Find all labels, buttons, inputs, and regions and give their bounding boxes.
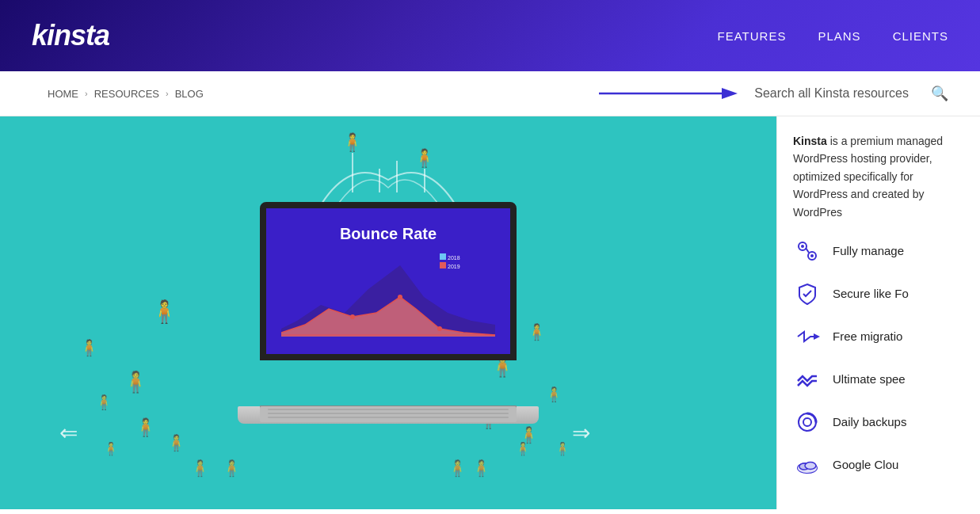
person-icon-bottom2: 🧍 xyxy=(222,459,242,478)
svg-rect-13 xyxy=(268,417,509,418)
sidebar-feature-free-migration-label: Free migratio xyxy=(833,329,902,343)
nav-clients[interactable]: CLIENTS xyxy=(893,29,948,43)
svg-rect-2 xyxy=(440,253,446,260)
nav-plans[interactable]: PLANS xyxy=(818,29,860,43)
breadcrumb-home[interactable]: HOME xyxy=(48,88,78,100)
svg-point-8 xyxy=(437,326,442,331)
svg-rect-11 xyxy=(268,409,509,410)
sidebar-feature-ultimate-speed: Ultimate spee xyxy=(793,365,964,394)
bounce-rate-chart: 2018 2019 xyxy=(281,249,495,337)
svg-line-19 xyxy=(806,248,809,253)
arrow-right-icon: ⇒ xyxy=(572,420,590,446)
person-icon-left7: 🧍 xyxy=(103,441,119,456)
ultimate-speed-icon xyxy=(793,365,822,394)
person-icon-left2: 🧍 xyxy=(123,370,148,394)
sidebar-feature-ultimate-speed-label: Ultimate spee xyxy=(833,372,906,386)
sidebar-feature-daily-backups-label: Daily backups xyxy=(833,415,906,428)
breadcrumb-bar: HOME › RESOURCES › BLOG Search all Kinst… xyxy=(0,71,980,116)
person-icon-bottom3: 🧍 xyxy=(448,459,467,478)
person-icon-right8: 🧍 xyxy=(555,441,570,456)
sidebar-feature-google-cloud-label: Google Clou xyxy=(833,458,898,471)
person-icon-bottom4: 🧍 xyxy=(471,459,491,478)
breadcrumb: HOME › RESOURCES › BLOG xyxy=(48,88,204,100)
svg-text:2018: 2018 xyxy=(448,255,460,261)
sidebar-intro: Kinsta is a premium managed WordPress ho… xyxy=(793,132,964,221)
chart-area: 2018 2019 xyxy=(281,249,495,337)
breadcrumb-sep-2: › xyxy=(166,89,169,98)
sidebar-brand: Kinsta xyxy=(793,135,827,147)
person-icon-left4: 🧍 xyxy=(166,433,186,452)
svg-rect-12 xyxy=(268,413,509,414)
svg-point-6 xyxy=(350,314,355,319)
svg-point-7 xyxy=(398,295,402,299)
laptop-screen: Bounce Rate 2018 2019 xyxy=(260,202,517,360)
sidebar: Kinsta is a premium managed WordPress ho… xyxy=(776,116,980,509)
svg-point-22 xyxy=(803,418,811,426)
main-content: 🧍 🧍 🧍 🧍 🧍 🧍 🧍 🧍 🧍 � xyxy=(0,116,980,509)
sidebar-feature-fully-managed-label: Fully manage xyxy=(833,244,904,257)
person-icon-left6: 🧍 xyxy=(79,338,99,357)
search-arrow-icon xyxy=(599,82,742,105)
person-icon-left1: 🧍 xyxy=(151,299,178,325)
person-icon-right5: 🧍 xyxy=(545,386,562,403)
sidebar-feature-free-migration: Free migratio xyxy=(793,322,964,351)
sidebar-feature-fully-managed: Fully manage xyxy=(793,237,964,265)
fully-managed-icon xyxy=(793,237,822,265)
person-icon-bottom1: 🧍 xyxy=(190,459,210,478)
search-label: Search all Kinsta resources xyxy=(754,86,909,101)
svg-point-16 xyxy=(801,245,804,248)
breadcrumb-resources[interactable]: RESOURCES xyxy=(94,88,159,100)
breadcrumb-blog[interactable]: BLOG xyxy=(175,88,204,100)
arrow-left-icon: ⇐ xyxy=(59,420,78,446)
svg-text:2019: 2019 xyxy=(448,264,460,269)
svg-marker-20 xyxy=(814,333,820,340)
person-icon-left3: 🧍 xyxy=(135,417,156,438)
keyboard-icon xyxy=(260,406,517,424)
free-migration-icon xyxy=(793,322,822,351)
breadcrumb-sep-1: › xyxy=(85,89,88,98)
svg-point-18 xyxy=(810,254,814,257)
search-section: Search all Kinsta resources 🔍 xyxy=(599,82,948,105)
nav-features[interactable]: FEATURES xyxy=(718,29,787,43)
sidebar-feature-secure-label: Secure like Fo xyxy=(833,287,909,300)
main-nav: FEATURES PLANS CLIENTS xyxy=(718,29,948,43)
sidebar-feature-daily-backups: Daily backups xyxy=(793,408,964,436)
svg-rect-4 xyxy=(440,262,446,268)
laptop-illustration: Bounce Rate 2018 2019 xyxy=(238,202,539,424)
secure-icon xyxy=(793,280,822,308)
sidebar-feature-secure: Secure like Fo xyxy=(793,280,964,308)
search-button[interactable]: 🔍 xyxy=(931,85,948,102)
google-cloud-icon xyxy=(793,451,822,479)
logo[interactable]: kinsta xyxy=(32,19,109,52)
daily-backups-icon xyxy=(793,408,822,436)
header: kinsta FEATURES PLANS CLIENTS xyxy=(0,0,980,71)
svg-marker-1 xyxy=(722,88,738,99)
sidebar-feature-google-cloud: Google Clou xyxy=(793,451,964,479)
bounce-rate-title: Bounce Rate xyxy=(340,225,437,243)
person-icon-left5: 🧍 xyxy=(95,394,112,411)
hero-section: 🧍 🧍 🧍 🧍 🧍 🧍 🧍 🧍 🧍 � xyxy=(0,116,776,509)
svg-point-26 xyxy=(805,462,816,469)
person-icon-right7: 🧍 xyxy=(515,441,531,456)
